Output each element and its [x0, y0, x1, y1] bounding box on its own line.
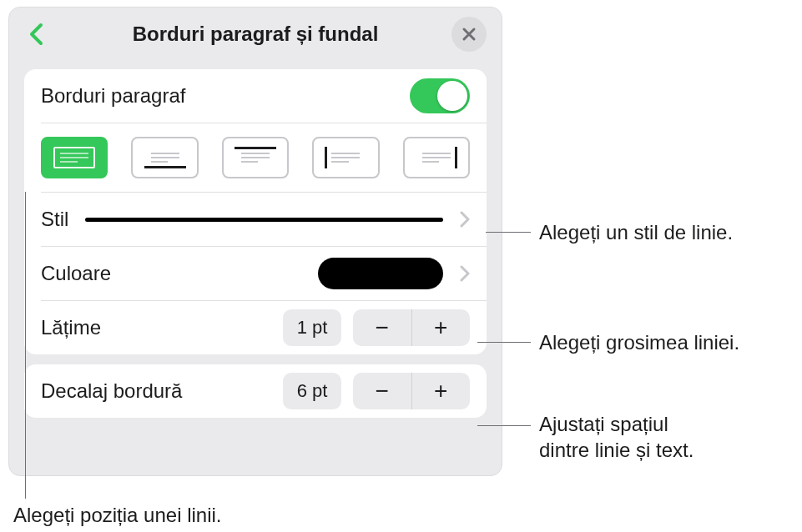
close-icon	[462, 27, 477, 42]
color-row[interactable]: Culoare	[24, 247, 487, 300]
callout-line	[486, 232, 531, 233]
border-position-bottom[interactable]	[131, 137, 198, 178]
color-label: Culoare	[41, 262, 111, 285]
main-section: Borduri paragraf	[24, 69, 487, 354]
chevron-right-icon	[460, 211, 470, 228]
color-swatch	[318, 258, 443, 289]
border-position-row	[24, 123, 487, 192]
width-value: 1 pt	[283, 309, 341, 346]
offset-row: Decalaj bordură 6 pt − +	[24, 364, 487, 418]
offset-section: Decalaj bordură 6 pt − +	[24, 364, 487, 418]
callout-line	[477, 342, 531, 343]
callout-line	[25, 192, 26, 499]
border-position-right[interactable]	[403, 137, 470, 178]
width-increase-button[interactable]: +	[412, 309, 471, 346]
panel-title: Borduri paragraf și fundal	[133, 23, 379, 46]
border-position-top[interactable]	[222, 137, 289, 178]
paragraph-borders-toggle[interactable]	[410, 78, 470, 113]
toggle-label: Borduri paragraf	[41, 84, 185, 108]
callout-offset: Ajustați spațiul dintre linie și text.	[539, 411, 694, 463]
line-style-preview	[85, 218, 443, 222]
callout-style: Alegeți un stil de linie.	[539, 219, 733, 245]
offset-label: Decalaj bordură	[41, 379, 182, 403]
borders-panel: Borduri paragraf și fundal Borduri parag…	[8, 7, 502, 476]
style-row[interactable]: Stil	[24, 193, 487, 246]
toggle-knob	[437, 81, 467, 111]
width-stepper: − +	[353, 309, 470, 346]
offset-increase-button[interactable]: +	[412, 373, 471, 409]
back-button[interactable]	[24, 23, 48, 46]
callout-position: Alegeți poziția unei linii.	[13, 502, 221, 528]
width-label: Lățime	[41, 316, 101, 339]
callout-width: Alegeți grosimea liniei.	[539, 329, 739, 355]
offset-decrease-button[interactable]: −	[353, 373, 412, 409]
width-row: Lățime 1 pt − +	[24, 301, 487, 354]
panel-header: Borduri paragraf și fundal	[9, 8, 502, 61]
style-label: Stil	[41, 208, 68, 231]
callout-line	[477, 425, 531, 426]
border-position-all[interactable]	[41, 137, 108, 178]
offset-stepper: − +	[353, 373, 470, 409]
toggle-row: Borduri paragraf	[24, 69, 487, 123]
offset-value: 6 pt	[283, 373, 341, 409]
border-position-left[interactable]	[312, 137, 379, 178]
width-decrease-button[interactable]: −	[353, 309, 412, 346]
chevron-right-icon	[460, 265, 470, 282]
chevron-left-icon	[28, 23, 43, 46]
close-button[interactable]	[451, 17, 487, 52]
